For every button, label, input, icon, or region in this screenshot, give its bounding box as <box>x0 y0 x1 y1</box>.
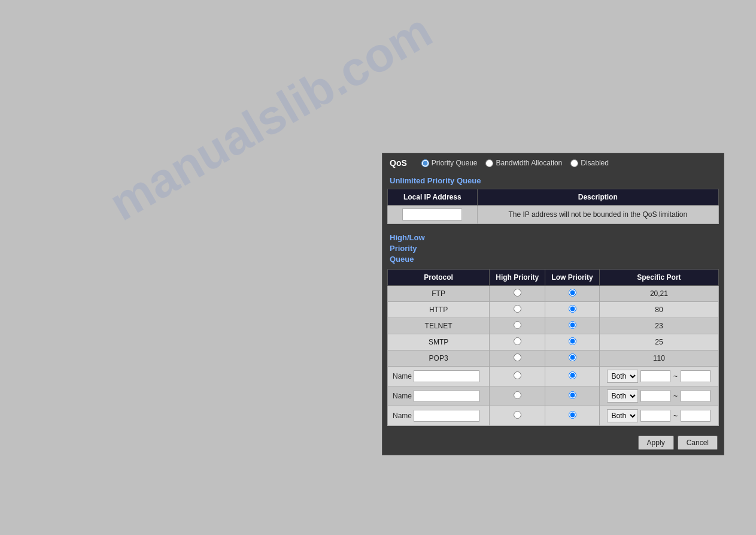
pop3-high <box>490 350 545 366</box>
unlimited-desc-cell: The IP address will not be bounded in th… <box>477 205 718 224</box>
unlimited-table: Local IP Address Description The IP addr… <box>387 189 719 224</box>
tilde-1: ~ <box>672 372 679 380</box>
bandwidth-allocation-radio[interactable] <box>485 159 493 167</box>
tilde-2: ~ <box>672 392 679 400</box>
custom-high-1 <box>490 366 545 386</box>
telnet-low <box>545 318 599 334</box>
disabled-label[interactable]: Disabled <box>570 159 609 167</box>
custom-port-1: Both TCP UDP ~ <box>599 366 718 386</box>
smtp-high-radio[interactable] <box>514 337 521 345</box>
custom-name-cell-3: Name <box>388 406 490 425</box>
custom-high-3 <box>490 406 545 425</box>
pop3-low <box>545 350 599 366</box>
custom-port-3: Both TCP UDP ~ <box>599 406 718 425</box>
custom1-low-radio[interactable] <box>569 371 576 379</box>
tilde-3: ~ <box>672 412 679 420</box>
custom-port-to-2[interactable] <box>681 390 711 402</box>
apply-button[interactable]: Apply <box>638 436 674 450</box>
high-low-table: Protocol High Priority Low Priority Spec… <box>387 269 719 426</box>
custom-low-2 <box>545 386 599 406</box>
custom2-high-radio[interactable] <box>514 391 521 399</box>
high-low-title-line1: High/Low <box>390 233 425 242</box>
disabled-text: Disabled <box>581 159 609 167</box>
custom-name-input-3[interactable] <box>414 410 479 422</box>
custom-port-2: Both TCP UDP ~ <box>599 386 718 406</box>
name-label-2: Name <box>393 392 412 400</box>
custom-both-select-2[interactable]: Both TCP UDP <box>607 389 638 403</box>
ftp-low-radio[interactable] <box>569 289 576 297</box>
qos-title: QoS <box>390 158 407 168</box>
custom-port-from-3[interactable] <box>640 410 670 422</box>
priority-queue-label[interactable]: Priority Queue <box>421 159 478 167</box>
table-row: FTP 20,21 <box>388 285 719 301</box>
custom-port-to-1[interactable] <box>681 370 711 382</box>
protocol-smtp: SMTP <box>388 334 490 350</box>
unlimited-data-row: The IP address will not be bounded in th… <box>388 205 719 224</box>
unlimited-ip-cell <box>388 205 478 224</box>
custom-name-cell-2: Name <box>388 386 490 406</box>
table-row: Name Both TCP UDP <box>388 406 719 425</box>
high-low-title-line3: Queue <box>390 255 414 264</box>
unlimited-section: Local IP Address Description The IP addr… <box>387 189 719 224</box>
custom-both-select-3[interactable]: Both TCP UDP <box>607 409 638 422</box>
ftp-high <box>490 285 545 301</box>
qos-panel: QoS Priority Queue Bandwidth Allocation … <box>382 153 724 455</box>
telnet-port: 23 <box>599 318 718 334</box>
smtp-high <box>490 334 545 350</box>
custom-name-input-1[interactable] <box>414 370 479 382</box>
col-specific-port: Specific Port <box>599 269 718 285</box>
custom2-low-radio[interactable] <box>569 391 576 399</box>
high-low-title-line2: Priority <box>390 244 417 253</box>
ftp-low <box>545 285 599 301</box>
protocol-ftp: FTP <box>388 285 490 301</box>
table-row: TELNET 23 <box>388 318 719 334</box>
table-row: Name Both TCP UDP <box>388 386 719 406</box>
telnet-high-radio[interactable] <box>514 321 521 329</box>
high-low-header-row: Protocol High Priority Low Priority Spec… <box>388 269 719 285</box>
custom-name-input-2[interactable] <box>414 390 479 402</box>
telnet-low-radio[interactable] <box>569 321 576 329</box>
pop3-low-radio[interactable] <box>569 353 576 361</box>
telnet-high <box>490 318 545 334</box>
qos-header: QoS Priority Queue Bandwidth Allocation … <box>382 153 724 173</box>
footer-buttons: Apply Cancel <box>382 431 724 455</box>
name-label-3: Name <box>393 412 412 420</box>
table-row: Name Both TCP UDP <box>388 366 719 386</box>
protocol-http: HTTP <box>388 301 490 318</box>
custom-high-2 <box>490 386 545 406</box>
unlimited-header-row: Local IP Address Description <box>388 189 719 205</box>
custom-port-from-2[interactable] <box>640 390 670 402</box>
unlimited-ip-input[interactable] <box>402 208 462 220</box>
table-row: POP3 110 <box>388 350 719 366</box>
custom-port-from-1[interactable] <box>640 370 670 382</box>
protocol-telnet: TELNET <box>388 318 490 334</box>
custom3-low-radio[interactable] <box>569 411 576 419</box>
unlimited-col-desc: Description <box>477 189 718 205</box>
priority-queue-radio[interactable] <box>421 159 429 167</box>
custom3-high-radio[interactable] <box>514 411 521 419</box>
custom-port-to-3[interactable] <box>681 410 711 422</box>
custom-low-3 <box>545 406 599 425</box>
priority-queue-text: Priority Queue <box>432 159 478 167</box>
cancel-button[interactable]: Cancel <box>678 436 718 450</box>
http-low-radio[interactable] <box>569 305 576 313</box>
name-label-1: Name <box>393 372 412 380</box>
ftp-high-radio[interactable] <box>514 289 521 297</box>
pop3-port: 110 <box>599 350 718 366</box>
http-high-radio[interactable] <box>514 305 521 313</box>
smtp-low-radio[interactable] <box>569 337 576 345</box>
disabled-radio[interactable] <box>570 159 578 167</box>
col-low-priority: Low Priority <box>545 269 599 285</box>
pop3-high-radio[interactable] <box>514 353 521 361</box>
http-port: 80 <box>599 301 718 318</box>
custom-both-select-1[interactable]: Both TCP UDP <box>607 370 638 383</box>
unlimited-col-ip: Local IP Address <box>388 189 478 205</box>
col-high-priority: High Priority <box>490 269 545 285</box>
bandwidth-allocation-label[interactable]: Bandwidth Allocation <box>485 159 562 167</box>
ftp-port: 20,21 <box>599 285 718 301</box>
table-row: HTTP 80 <box>388 301 719 318</box>
protocol-pop3: POP3 <box>388 350 490 366</box>
custom1-high-radio[interactable] <box>514 371 521 379</box>
high-low-section-title: High/Low Priority Queue <box>382 229 724 269</box>
smtp-low <box>545 334 599 350</box>
